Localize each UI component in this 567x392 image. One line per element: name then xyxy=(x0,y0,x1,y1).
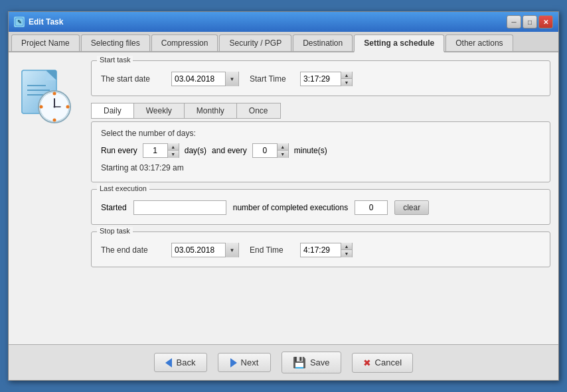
started-label: Started xyxy=(101,203,127,212)
tab-security-pgp[interactable]: Security / PGP xyxy=(219,34,291,51)
stop-task-label: Stop task xyxy=(97,227,133,235)
start-task-group: Start task The start date ▼ Start Time ▲… xyxy=(91,60,550,96)
and-every-spinners: ▲ ▼ xyxy=(277,143,288,158)
run-every-input[interactable] xyxy=(143,145,167,157)
start-date-dropdown-btn[interactable]: ▼ xyxy=(225,72,238,86)
window-icon: ✎ xyxy=(14,17,25,27)
main-window: ✎ Edit Task ─ □ ✕ Project Name Selecting… xyxy=(8,11,559,381)
tab-other-actions[interactable]: Other actions xyxy=(446,34,513,51)
end-date-input[interactable] xyxy=(172,244,225,256)
save-button[interactable]: 💾 Save xyxy=(282,352,341,373)
title-bar: ✎ Edit Task ─ □ ✕ xyxy=(9,12,558,32)
back-arrow-icon xyxy=(165,358,172,367)
end-date-label: The end date xyxy=(101,245,161,255)
and-every-up[interactable]: ▲ xyxy=(278,143,288,151)
start-time-down[interactable]: ▼ xyxy=(341,79,352,86)
run-every-up[interactable]: ▲ xyxy=(168,143,179,151)
minute-label: minute(s) xyxy=(294,146,327,155)
svg-point-18 xyxy=(53,92,56,96)
save-icon: 💾 xyxy=(293,356,306,369)
end-time-input[interactable] xyxy=(301,244,341,256)
start-date-input[interactable] xyxy=(172,73,225,85)
svg-text:✎: ✎ xyxy=(17,19,22,25)
next-arrow-icon xyxy=(230,358,237,367)
end-time-input-wrap: ▲ ▼ xyxy=(300,243,353,257)
tab-setting-schedule[interactable]: Setting a schedule xyxy=(354,34,444,52)
completed-label: number of completed executions xyxy=(233,203,348,212)
title-controls: ─ □ ✕ xyxy=(507,15,553,29)
run-every-down[interactable]: ▼ xyxy=(168,151,179,158)
run-every-row: Run every ▲ ▼ day(s) and every ▲ xyxy=(101,143,540,158)
start-time-input[interactable] xyxy=(301,73,341,85)
end-date-dropdown-btn[interactable]: ▼ xyxy=(225,243,238,257)
end-time-spinners: ▲ ▼ xyxy=(341,243,352,257)
run-every-spinners: ▲ ▼ xyxy=(167,143,179,158)
and-every-label: and every xyxy=(212,146,247,155)
right-content: Start task The start date ▼ Start Time ▲… xyxy=(91,60,550,336)
end-date-input-wrap: ▼ xyxy=(171,243,239,257)
start-time-input-wrap: ▲ ▼ xyxy=(300,72,353,86)
next-button[interactable]: Next xyxy=(218,353,271,372)
last-execution-label: Last execution xyxy=(97,184,149,192)
daily-section: Select the number of days: Run every ▲ ▼… xyxy=(91,121,550,182)
back-button[interactable]: Back xyxy=(154,353,207,372)
content-area: Start task The start date ▼ Start Time ▲… xyxy=(9,52,558,344)
svg-point-20 xyxy=(40,105,43,109)
cancel-label: Cancel xyxy=(375,358,402,367)
maximize-button[interactable]: □ xyxy=(523,15,537,29)
start-date-label: The start date xyxy=(101,74,161,84)
start-time-spinners: ▲ ▼ xyxy=(341,72,352,86)
end-time-label: End Time xyxy=(250,245,289,255)
schedule-tabs: Daily Weekly Monthly Once xyxy=(91,103,281,119)
and-every-down[interactable]: ▼ xyxy=(278,151,288,158)
run-every-label: Run every xyxy=(101,146,137,155)
cancel-button[interactable]: ✖ Cancel xyxy=(352,353,413,373)
exec-count-input[interactable] xyxy=(355,200,388,215)
and-every-input[interactable] xyxy=(253,145,277,157)
svg-point-21 xyxy=(66,105,70,109)
last-execution-group: Last execution Started number of complet… xyxy=(91,189,550,225)
run-every-input-wrap: ▲ ▼ xyxy=(143,143,179,158)
started-input[interactable] xyxy=(133,200,226,215)
next-label: Next xyxy=(241,358,259,367)
end-time-down[interactable]: ▼ xyxy=(341,250,352,257)
tab-compression[interactable]: Compression xyxy=(151,34,218,51)
tab-bar: Project Name Selecting files Compression… xyxy=(9,32,558,52)
day-label: day(s) xyxy=(185,146,206,155)
tab-destination[interactable]: Destination xyxy=(293,34,353,51)
left-icon-area xyxy=(17,60,83,336)
select-days-label: Select the number of days: xyxy=(101,129,540,138)
start-time-up[interactable]: ▲ xyxy=(341,72,352,79)
footer: Back Next 💾 Save ✖ Cancel xyxy=(9,344,558,380)
sched-tab-monthly[interactable]: Monthly xyxy=(185,103,237,118)
title-bar-left: ✎ Edit Task xyxy=(14,17,63,27)
stop-task-group: Stop task The end date ▼ End Time ▲ ▼ xyxy=(91,231,550,267)
tab-selecting-files[interactable]: Selecting files xyxy=(81,34,150,51)
clear-button[interactable]: clear xyxy=(394,200,429,215)
tab-project-name[interactable]: Project Name xyxy=(11,34,80,51)
last-exec-row: Started number of completed executions c… xyxy=(101,196,540,215)
svg-point-19 xyxy=(53,119,56,122)
cancel-icon: ✖ xyxy=(363,358,371,368)
start-task-label: Start task xyxy=(97,56,133,64)
back-label: Back xyxy=(176,358,195,367)
minimize-button[interactable]: ─ xyxy=(507,15,521,29)
window-title: Edit Task xyxy=(29,17,63,27)
save-label: Save xyxy=(310,358,330,367)
close-button[interactable]: ✕ xyxy=(538,15,553,29)
starting-at: Starting at 03:17:29 am xyxy=(101,163,540,172)
sched-tab-once[interactable]: Once xyxy=(237,103,280,118)
stop-task-row: The end date ▼ End Time ▲ ▼ xyxy=(101,239,540,257)
and-every-input-wrap: ▲ ▼ xyxy=(252,143,289,158)
sched-tab-weekly[interactable]: Weekly xyxy=(134,103,185,118)
end-time-up[interactable]: ▲ xyxy=(341,243,352,250)
sched-tab-daily[interactable]: Daily xyxy=(92,103,134,118)
start-task-row: The start date ▼ Start Time ▲ ▼ xyxy=(101,68,540,86)
start-date-input-wrap: ▼ xyxy=(171,72,239,86)
file-clock-icon xyxy=(17,67,76,127)
start-time-label: Start Time xyxy=(250,74,289,84)
